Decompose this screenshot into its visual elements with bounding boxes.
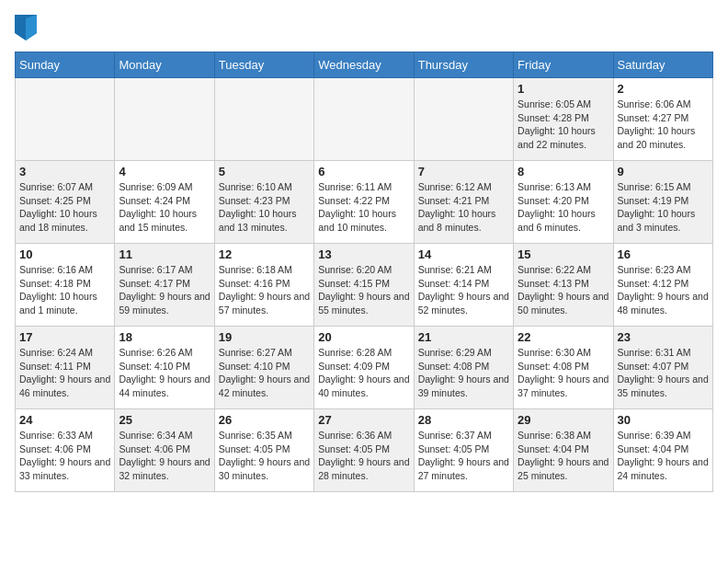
calendar-body: 1Sunrise: 6:05 AM Sunset: 4:28 PM Daylig… — [16, 78, 713, 492]
calendar-day-cell: 22Sunrise: 6:30 AM Sunset: 4:08 PM Dayli… — [514, 327, 613, 409]
logo-icon — [15, 15, 37, 40]
day-info: Sunrise: 6:38 AM Sunset: 4:04 PM Dayligh… — [518, 429, 609, 483]
calendar-weekday-header: Saturday — [613, 52, 712, 78]
day-info: Sunrise: 6:15 AM Sunset: 4:19 PM Dayligh… — [618, 180, 709, 235]
day-info: Sunrise: 6:11 AM Sunset: 4:22 PM Dayligh… — [318, 180, 409, 235]
day-number: 26 — [219, 413, 310, 427]
calendar-day-cell: 28Sunrise: 6:37 AM Sunset: 4:05 PM Dayli… — [414, 409, 513, 492]
day-number: 6 — [318, 165, 409, 178]
calendar-day-cell: 20Sunrise: 6:28 AM Sunset: 4:09 PM Dayli… — [314, 327, 414, 409]
calendar-day-cell: 15Sunrise: 6:22 AM Sunset: 4:13 PM Dayli… — [514, 244, 613, 327]
calendar-day-cell: 19Sunrise: 6:27 AM Sunset: 4:10 PM Dayli… — [214, 327, 313, 409]
day-number: 20 — [318, 330, 409, 344]
day-number: 9 — [618, 165, 709, 178]
calendar-day-cell: 17Sunrise: 6:24 AM Sunset: 4:11 PM Dayli… — [16, 327, 115, 409]
day-info: Sunrise: 6:37 AM Sunset: 4:05 PM Dayligh… — [418, 429, 509, 483]
day-number: 12 — [219, 247, 310, 261]
calendar-day-cell: 1Sunrise: 6:05 AM Sunset: 4:28 PM Daylig… — [514, 78, 613, 161]
day-info: Sunrise: 6:24 AM Sunset: 4:11 PM Dayligh… — [19, 346, 110, 400]
calendar-day-cell — [314, 78, 414, 161]
calendar-day-cell: 27Sunrise: 6:36 AM Sunset: 4:05 PM Dayli… — [314, 409, 414, 492]
day-number: 21 — [418, 330, 509, 344]
calendar-weekday-header: Sunday — [16, 52, 115, 78]
day-info: Sunrise: 6:39 AM Sunset: 4:04 PM Dayligh… — [618, 429, 709, 483]
day-info: Sunrise: 6:34 AM Sunset: 4:06 PM Dayligh… — [119, 429, 210, 483]
day-number: 22 — [518, 330, 609, 344]
day-number: 4 — [119, 165, 210, 178]
calendar-table: SundayMondayTuesdayWednesdayThursdayFrid… — [15, 52, 713, 492]
day-info: Sunrise: 6:31 AM Sunset: 4:07 PM Dayligh… — [618, 346, 709, 400]
day-info: Sunrise: 6:09 AM Sunset: 4:24 PM Dayligh… — [119, 180, 210, 235]
day-info: Sunrise: 6:16 AM Sunset: 4:18 PM Dayligh… — [19, 263, 110, 317]
day-number: 29 — [518, 413, 609, 427]
day-info: Sunrise: 6:17 AM Sunset: 4:17 PM Dayligh… — [119, 263, 210, 317]
day-info: Sunrise: 6:23 AM Sunset: 4:12 PM Dayligh… — [618, 263, 709, 317]
day-number: 1 — [518, 82, 609, 96]
day-number: 27 — [318, 413, 409, 427]
day-info: Sunrise: 6:30 AM Sunset: 4:08 PM Dayligh… — [518, 346, 609, 400]
calendar-day-cell: 29Sunrise: 6:38 AM Sunset: 4:04 PM Dayli… — [514, 409, 613, 492]
day-number: 30 — [618, 413, 709, 427]
calendar-day-cell: 30Sunrise: 6:39 AM Sunset: 4:04 PM Dayli… — [613, 409, 712, 492]
calendar-week-row: 10Sunrise: 6:16 AM Sunset: 4:18 PM Dayli… — [16, 244, 713, 327]
calendar-day-cell: 10Sunrise: 6:16 AM Sunset: 4:18 PM Dayli… — [16, 244, 115, 327]
day-number: 18 — [119, 330, 210, 344]
day-number: 7 — [418, 165, 509, 178]
calendar-day-cell: 9Sunrise: 6:15 AM Sunset: 4:19 PM Daylig… — [613, 161, 712, 244]
calendar-day-cell: 23Sunrise: 6:31 AM Sunset: 4:07 PM Dayli… — [613, 327, 712, 409]
calendar-day-cell: 8Sunrise: 6:13 AM Sunset: 4:20 PM Daylig… — [514, 161, 613, 244]
day-info: Sunrise: 6:28 AM Sunset: 4:09 PM Dayligh… — [318, 346, 409, 400]
svg-marker-1 — [26, 15, 37, 40]
calendar-weekday-header: Wednesday — [314, 52, 414, 78]
calendar-day-cell: 2Sunrise: 6:06 AM Sunset: 4:27 PM Daylig… — [613, 78, 712, 161]
day-number: 8 — [518, 165, 609, 178]
day-number: 11 — [119, 247, 210, 261]
day-number: 16 — [618, 247, 709, 261]
day-info: Sunrise: 6:27 AM Sunset: 4:10 PM Dayligh… — [219, 346, 310, 400]
calendar-day-cell — [414, 78, 513, 161]
day-info: Sunrise: 6:21 AM Sunset: 4:14 PM Dayligh… — [418, 263, 509, 317]
calendar-day-cell: 5Sunrise: 6:10 AM Sunset: 4:23 PM Daylig… — [214, 161, 313, 244]
calendar-day-cell: 26Sunrise: 6:35 AM Sunset: 4:05 PM Dayli… — [214, 409, 313, 492]
calendar-day-cell: 25Sunrise: 6:34 AM Sunset: 4:06 PM Dayli… — [115, 409, 214, 492]
calendar-day-cell: 12Sunrise: 6:18 AM Sunset: 4:16 PM Dayli… — [214, 244, 313, 327]
day-number: 5 — [219, 165, 310, 178]
day-number: 10 — [19, 247, 110, 261]
calendar-weekday-header: Thursday — [414, 52, 513, 78]
calendar-week-row: 24Sunrise: 6:33 AM Sunset: 4:06 PM Dayli… — [16, 409, 713, 492]
calendar-day-cell: 13Sunrise: 6:20 AM Sunset: 4:15 PM Dayli… — [314, 244, 414, 327]
calendar-day-cell — [214, 78, 313, 161]
day-number: 13 — [318, 247, 409, 261]
day-number: 28 — [418, 413, 509, 427]
day-info: Sunrise: 6:10 AM Sunset: 4:23 PM Dayligh… — [219, 180, 310, 235]
calendar-weekday-header: Monday — [115, 52, 214, 78]
day-info: Sunrise: 6:33 AM Sunset: 4:06 PM Dayligh… — [19, 429, 110, 483]
calendar-week-row: 1Sunrise: 6:05 AM Sunset: 4:28 PM Daylig… — [16, 78, 713, 161]
calendar-day-cell: 4Sunrise: 6:09 AM Sunset: 4:24 PM Daylig… — [115, 161, 214, 244]
calendar-header-row: SundayMondayTuesdayWednesdayThursdayFrid… — [16, 52, 713, 78]
day-info: Sunrise: 6:22 AM Sunset: 4:13 PM Dayligh… — [518, 263, 609, 317]
day-info: Sunrise: 6:29 AM Sunset: 4:08 PM Dayligh… — [418, 346, 509, 400]
day-info: Sunrise: 6:12 AM Sunset: 4:21 PM Dayligh… — [418, 180, 509, 235]
calendar-day-cell: 14Sunrise: 6:21 AM Sunset: 4:14 PM Dayli… — [414, 244, 513, 327]
calendar-day-cell: 11Sunrise: 6:17 AM Sunset: 4:17 PM Dayli… — [115, 244, 214, 327]
day-info: Sunrise: 6:05 AM Sunset: 4:28 PM Dayligh… — [518, 98, 609, 152]
day-number: 3 — [19, 165, 110, 178]
day-info: Sunrise: 6:06 AM Sunset: 4:27 PM Dayligh… — [618, 98, 709, 152]
day-info: Sunrise: 6:18 AM Sunset: 4:16 PM Dayligh… — [219, 263, 310, 317]
calendar-day-cell: 18Sunrise: 6:26 AM Sunset: 4:10 PM Dayli… — [115, 327, 214, 409]
calendar-day-cell: 6Sunrise: 6:11 AM Sunset: 4:22 PM Daylig… — [314, 161, 414, 244]
calendar-day-cell: 21Sunrise: 6:29 AM Sunset: 4:08 PM Dayli… — [414, 327, 513, 409]
day-number: 23 — [618, 330, 709, 344]
calendar-week-row: 17Sunrise: 6:24 AM Sunset: 4:11 PM Dayli… — [16, 327, 713, 409]
day-number: 14 — [418, 247, 509, 261]
day-info: Sunrise: 6:35 AM Sunset: 4:05 PM Dayligh… — [219, 429, 310, 483]
page-header — [15, 15, 713, 40]
day-number: 15 — [518, 247, 609, 261]
day-number: 19 — [219, 330, 310, 344]
day-number: 25 — [119, 413, 210, 427]
day-number: 2 — [618, 82, 709, 96]
calendar-day-cell — [16, 78, 115, 161]
calendar-week-row: 3Sunrise: 6:07 AM Sunset: 4:25 PM Daylig… — [16, 161, 713, 244]
calendar-day-cell: 7Sunrise: 6:12 AM Sunset: 4:21 PM Daylig… — [414, 161, 513, 244]
